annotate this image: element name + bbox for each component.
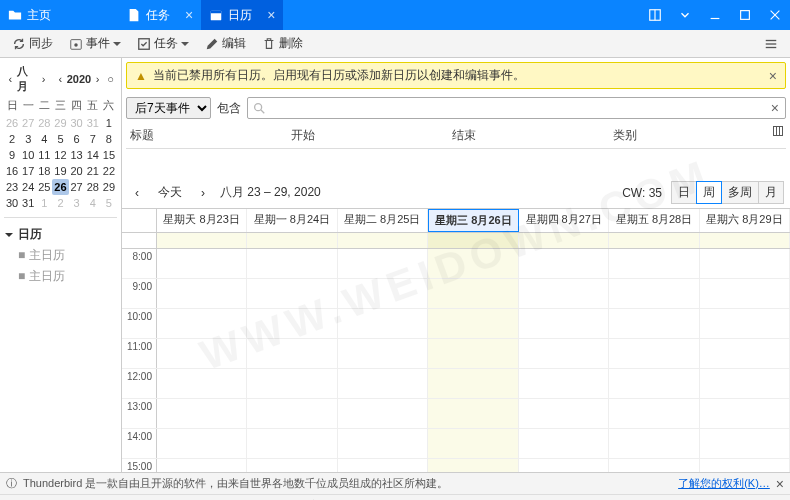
next-month-button[interactable]: › [37, 72, 50, 86]
mini-cal-day[interactable]: 26 [52, 179, 68, 195]
time-cell[interactable] [428, 369, 518, 398]
time-cell[interactable] [428, 429, 518, 458]
search-input[interactable] [270, 101, 769, 115]
column-options-button[interactable] [770, 125, 786, 146]
time-cell[interactable] [519, 399, 609, 428]
time-cell[interactable] [700, 249, 790, 278]
time-cell[interactable] [338, 279, 428, 308]
time-cell[interactable] [247, 339, 337, 368]
mini-cal-day[interactable]: 31 [85, 115, 101, 131]
mini-cal-day[interactable]: 3 [20, 131, 36, 147]
calendar-list-item[interactable]: ■ 主日历 [4, 245, 117, 266]
time-cell[interactable] [157, 399, 247, 428]
mini-cal-day[interactable]: 15 [101, 147, 117, 163]
allday-cell[interactable] [338, 233, 428, 248]
next-year-button[interactable]: › [91, 72, 104, 86]
time-cell[interactable] [700, 309, 790, 338]
day-header[interactable]: 星期六 8月29日 [700, 209, 790, 232]
time-cell[interactable] [519, 279, 609, 308]
time-cell[interactable] [700, 369, 790, 398]
mini-cal-day[interactable]: 27 [69, 179, 85, 195]
time-cell[interactable] [519, 339, 609, 368]
view-button-1[interactable]: 周 [696, 181, 722, 204]
maximize-button[interactable] [730, 0, 760, 30]
day-header[interactable]: 星期四 8月27日 [519, 209, 609, 232]
mini-cal-day[interactable]: 4 [85, 195, 101, 211]
mini-cal-day[interactable]: 7 [85, 131, 101, 147]
mini-cal-day[interactable]: 14 [85, 147, 101, 163]
edit-button[interactable]: 编辑 [199, 32, 252, 55]
mini-cal-day[interactable]: 6 [69, 131, 85, 147]
delete-button[interactable]: 删除 [256, 32, 309, 55]
day-header[interactable]: 星期二 8月25日 [338, 209, 428, 232]
month-label[interactable]: 八月 [17, 64, 37, 94]
minimize-button[interactable] [700, 0, 730, 30]
mini-cal-day[interactable]: 23 [4, 179, 20, 195]
task-button[interactable]: 任务 [131, 32, 195, 55]
close-warning-button[interactable]: × [769, 68, 777, 84]
time-cell[interactable] [519, 369, 609, 398]
mini-cal-day[interactable]: 30 [69, 115, 85, 131]
mini-cal-day[interactable]: 25 [36, 179, 52, 195]
tab-calendar[interactable]: 日历 × [201, 0, 283, 30]
prev-month-button[interactable]: ‹ [4, 72, 17, 86]
mini-cal-day[interactable]: 2 [4, 131, 20, 147]
chevron-down-icon[interactable] [670, 0, 700, 30]
time-cell[interactable] [338, 429, 428, 458]
time-cell[interactable] [247, 399, 337, 428]
mini-cal-day[interactable]: 24 [20, 179, 36, 195]
close-button[interactable] [760, 0, 790, 30]
column-start[interactable]: 开始 [287, 125, 448, 146]
rights-link[interactable]: 了解您的权利(K)… [678, 476, 770, 491]
time-cell[interactable] [609, 279, 699, 308]
app-menu-button[interactable] [758, 34, 784, 54]
day-header[interactable]: 星期一 8月24日 [247, 209, 337, 232]
mini-cal-day[interactable]: 9 [4, 147, 20, 163]
time-cell[interactable] [157, 309, 247, 338]
time-cell[interactable] [247, 459, 337, 472]
mini-cal-day[interactable]: 29 [52, 115, 68, 131]
mini-cal-day[interactable]: 8 [101, 131, 117, 147]
time-cell[interactable] [247, 279, 337, 308]
time-cell[interactable] [428, 339, 518, 368]
spaces-button[interactable] [640, 0, 670, 30]
mini-cal-day[interactable]: 28 [85, 179, 101, 195]
mini-cal-day[interactable]: 1 [101, 115, 117, 131]
time-cell[interactable] [428, 279, 518, 308]
view-button-0[interactable]: 日 [671, 181, 697, 204]
time-cell[interactable] [700, 429, 790, 458]
calendar-list-item[interactable]: ■ 主日历 [4, 266, 117, 287]
event-button[interactable]: 事件 [63, 32, 127, 55]
mini-cal-day[interactable]: 10 [20, 147, 36, 163]
mini-cal-day[interactable]: 3 [69, 195, 85, 211]
mini-cal-day[interactable]: 5 [101, 195, 117, 211]
tab-home[interactable]: 主页 [0, 0, 59, 30]
day-header[interactable]: 星期五 8月28日 [609, 209, 699, 232]
time-cell[interactable] [157, 459, 247, 472]
prev-week-button[interactable]: ‹ [128, 184, 146, 202]
mini-cal-day[interactable]: 4 [36, 131, 52, 147]
mini-cal-day[interactable]: 30 [4, 195, 20, 211]
mini-cal-day[interactable]: 13 [69, 147, 85, 163]
day-header[interactable]: 星期天 8月23日 [157, 209, 247, 232]
close-icon[interactable]: × [185, 7, 193, 23]
time-cell[interactable] [338, 369, 428, 398]
time-cell[interactable] [519, 249, 609, 278]
allday-cell[interactable] [609, 233, 699, 248]
mini-cal-day[interactable]: 22 [101, 163, 117, 179]
time-cell[interactable] [157, 249, 247, 278]
time-cell[interactable] [338, 309, 428, 338]
time-cell[interactable] [428, 309, 518, 338]
mini-cal-day[interactable]: 17 [20, 163, 36, 179]
clear-search-button[interactable]: × [769, 100, 781, 116]
mini-cal-day[interactable]: 20 [69, 163, 85, 179]
time-cell[interactable] [700, 339, 790, 368]
time-cell[interactable] [609, 459, 699, 472]
time-cell[interactable] [700, 279, 790, 308]
allday-cell[interactable] [519, 233, 609, 248]
time-cell[interactable] [247, 309, 337, 338]
time-cell[interactable] [609, 369, 699, 398]
column-category[interactable]: 类别 [609, 125, 770, 146]
today-marker-icon[interactable]: ○ [104, 72, 117, 86]
view-button-3[interactable]: 月 [758, 181, 784, 204]
